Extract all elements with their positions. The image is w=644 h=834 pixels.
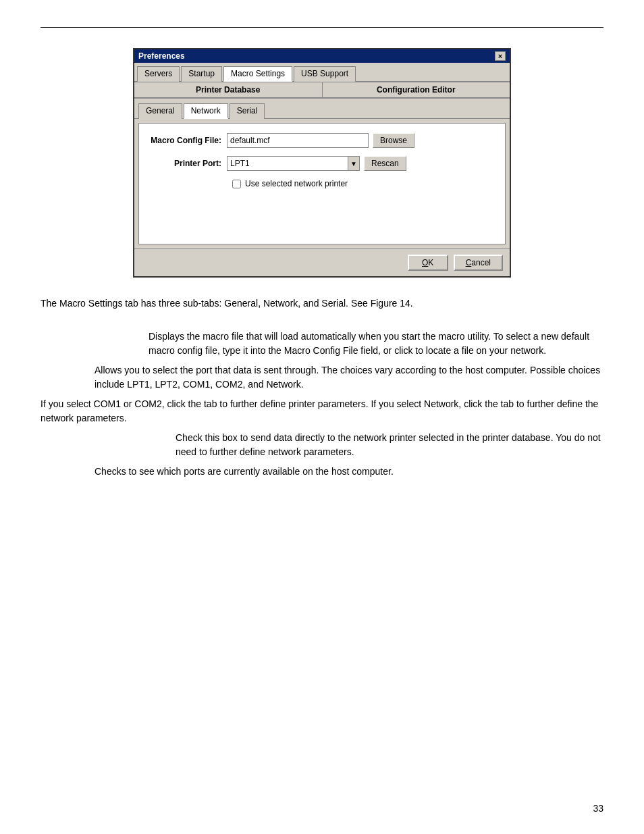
ok-label-rest: K: [428, 258, 433, 267]
rescan-desc-block: Checks to see which ports are currently …: [41, 465, 603, 479]
checkbox-desc: Check this box to send data directly to …: [176, 431, 603, 459]
sub-tabs: General Network Serial: [134, 99, 510, 119]
cancel-underline: C: [466, 258, 472, 267]
preferences-dialog: Preferences × Servers Startup Macro Sett…: [133, 48, 511, 278]
printer-port-desc-block: Allows you to select the port that data …: [41, 363, 603, 392]
macro-config-desc-end-text: to locate a file on your network.: [415, 345, 546, 356]
tab-macro-settings[interactable]: Macro Settings: [223, 66, 292, 82]
printer-port-label: Printer Port:: [146, 159, 227, 168]
browse-button[interactable]: Browse: [373, 133, 414, 148]
network-printer-checkbox-row: Use selected network printer: [232, 179, 498, 188]
rescan-button[interactable]: Rescan: [364, 156, 406, 171]
cancel-button[interactable]: Cancel: [454, 255, 503, 271]
sub-tab-network[interactable]: Network: [184, 103, 228, 119]
dialog-titlebar: Preferences ×: [134, 49, 510, 63]
checkbox-desc-block: Check this box to send data directly to …: [41, 431, 603, 459]
select-arrow-icon[interactable]: ▼: [348, 156, 360, 171]
dialog-footer: OK Cancel: [134, 249, 510, 276]
ok-button[interactable]: OK: [408, 255, 448, 271]
intro-paragraph: The Macro Settings tab has three sub-tab…: [41, 296, 603, 311]
macro-config-input[interactable]: [227, 133, 369, 148]
com-tab-label: tab to further define printer parameters…: [204, 398, 498, 409]
com-network-desc: If you select COM1 or COM2, click the: [41, 398, 201, 409]
com-network-desc-block: If you select COM1 or COM2, click the ta…: [41, 397, 603, 425]
close-button[interactable]: ×: [495, 51, 506, 61]
sub-tab-general[interactable]: General: [138, 103, 182, 119]
macro-config-label: Macro Config File:: [146, 136, 227, 145]
top-tabs: Servers Startup Macro Settings USB Suppo…: [134, 63, 510, 82]
macro-config-desc-block: Displays the macro file that will load a…: [41, 330, 603, 358]
cancel-label-rest: ancel: [471, 258, 491, 267]
macro-config-row: Macro Config File: Browse: [146, 133, 498, 148]
printer-port-desc: Allows you to select the port that data …: [95, 363, 603, 392]
dialog-area: Preferences × Servers Startup Macro Sett…: [41, 48, 603, 278]
tab-servers[interactable]: Servers: [137, 66, 180, 82]
tab-startup[interactable]: Startup: [181, 66, 222, 82]
printer-port-row: Printer Port: LPT1 ▼ Rescan: [146, 156, 498, 171]
sub-tab-serial[interactable]: Serial: [230, 103, 265, 119]
content-area: Macro Config File: Browse Printer Port: …: [138, 123, 506, 244]
rescan-desc: Checks to see which ports are currently …: [95, 465, 394, 479]
intro-text: The Macro Settings tab has three sub-tab…: [41, 296, 603, 311]
page-number: 33: [593, 803, 603, 814]
tab-usb-support[interactable]: USB Support: [294, 66, 356, 82]
tab-printer-database[interactable]: Printer Database: [134, 82, 323, 97]
port-select-wrapper: LPT1 ▼: [227, 156, 360, 171]
tab-configuration-editor[interactable]: Configuration Editor: [323, 82, 510, 97]
dialog-title: Preferences: [138, 51, 185, 61]
ok-underline: O: [422, 258, 428, 267]
macro-config-desc: Displays the macro file that will load a…: [149, 330, 603, 358]
use-network-printer-label: Use selected network printer: [245, 179, 348, 188]
second-tabs: Printer Database Configuration Editor: [134, 82, 510, 99]
printer-port-select[interactable]: LPT1: [227, 156, 348, 171]
use-network-printer-checkbox[interactable]: [232, 180, 241, 188]
